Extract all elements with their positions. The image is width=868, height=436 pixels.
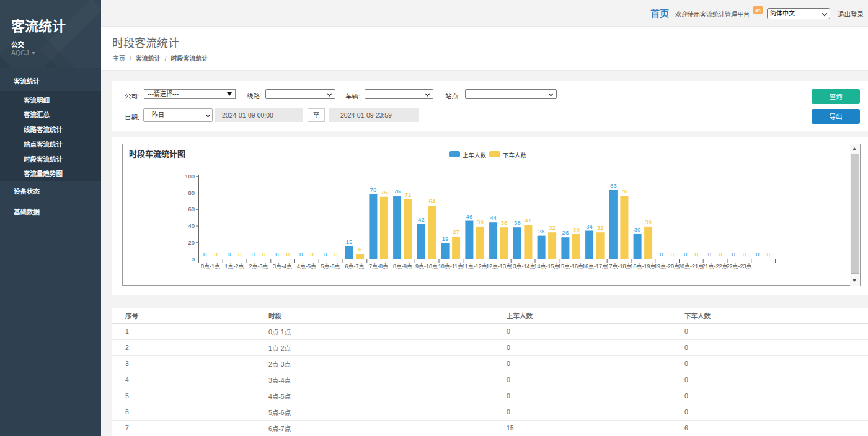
svg-text:12点-13点: 12点-13点	[486, 263, 512, 269]
svg-text:0: 0	[310, 251, 313, 258]
svg-text:42: 42	[418, 216, 425, 223]
svg-text:60: 60	[188, 206, 195, 212]
svg-text:11点-12点: 11点-12点	[462, 263, 487, 269]
svg-text:28: 28	[538, 228, 545, 235]
svg-text:34: 34	[586, 223, 593, 230]
svg-text:6: 6	[358, 246, 361, 253]
svg-text:27: 27	[453, 229, 459, 235]
svg-text:0: 0	[262, 251, 265, 258]
svg-text:0: 0	[275, 251, 278, 258]
svg-text:41: 41	[525, 217, 532, 224]
svg-text:16点-17点: 16点-17点	[582, 263, 608, 269]
svg-text:100: 100	[185, 173, 195, 180]
svg-text:0: 0	[767, 251, 770, 258]
svg-text:0: 0	[732, 251, 735, 258]
svg-text:0: 0	[660, 251, 663, 258]
svg-text:20点-21点: 20点-21点	[678, 263, 704, 269]
svg-text:46: 46	[466, 213, 473, 220]
svg-text:0: 0	[334, 251, 337, 258]
svg-text:0: 0	[238, 251, 241, 258]
svg-text:0: 0	[299, 251, 303, 258]
svg-text:0: 0	[203, 251, 206, 258]
svg-text:83: 83	[610, 182, 617, 189]
svg-text:1点-2点: 1点-2点	[225, 263, 244, 269]
svg-text:40: 40	[188, 222, 195, 229]
svg-text:32: 32	[597, 224, 604, 231]
svg-text:72: 72	[405, 191, 412, 198]
svg-text:76: 76	[394, 188, 401, 194]
svg-text:18点-19点: 18点-19点	[630, 263, 655, 269]
svg-text:38: 38	[501, 219, 508, 226]
svg-text:6点-7点: 6点-7点	[345, 263, 364, 269]
svg-text:0: 0	[214, 251, 217, 258]
svg-text:4点-5点: 4点-5点	[297, 263, 316, 269]
svg-text:13点-14点: 13点-14点	[510, 263, 536, 269]
svg-text:0: 0	[192, 256, 195, 263]
svg-text:0: 0	[251, 251, 254, 258]
svg-text:21点-22点: 21点-22点	[702, 263, 728, 269]
svg-text:0: 0	[708, 251, 711, 258]
svg-text:3点-4点: 3点-4点	[273, 263, 292, 269]
svg-text:0: 0	[228, 251, 231, 258]
svg-text:17点-18点: 17点-18点	[606, 263, 632, 269]
svg-text:下车人数: 下车人数	[503, 152, 527, 159]
svg-text:8点-9点: 8点-9点	[393, 263, 412, 269]
svg-text:32: 32	[549, 224, 556, 231]
svg-text:0: 0	[286, 251, 290, 258]
svg-text:上车人数: 上车人数	[463, 152, 487, 159]
svg-text:2点-3点: 2点-3点	[249, 263, 268, 269]
svg-text:44: 44	[490, 214, 497, 221]
svg-text:0: 0	[324, 251, 327, 258]
svg-text:19点-20点: 19点-20点	[654, 263, 680, 269]
svg-text:0: 0	[756, 251, 759, 258]
svg-text:14点-15点: 14点-15点	[534, 263, 559, 269]
svg-text:30: 30	[573, 226, 580, 233]
svg-text:39: 39	[477, 219, 484, 225]
svg-text:9点-10点: 9点-10点	[415, 263, 438, 269]
svg-text:0: 0	[684, 251, 687, 258]
svg-text:26: 26	[562, 229, 569, 236]
svg-text:0点-1点: 0点-1点	[201, 263, 220, 269]
svg-text:7点-8点: 7点-8点	[369, 263, 388, 269]
svg-text:15点-16点: 15点-16点	[558, 263, 583, 269]
svg-text:76: 76	[621, 188, 628, 194]
svg-text:15: 15	[346, 238, 353, 245]
svg-text:38: 38	[514, 219, 521, 226]
svg-text:22点-23点: 22点-23点	[726, 263, 751, 269]
svg-text:0: 0	[671, 251, 674, 258]
svg-text:19: 19	[442, 235, 449, 242]
svg-text:20: 20	[188, 239, 195, 246]
svg-text:39: 39	[645, 219, 652, 225]
svg-text:0: 0	[694, 251, 698, 258]
svg-text:5点-6点: 5点-6点	[321, 263, 340, 269]
svg-text:78: 78	[370, 186, 377, 193]
svg-text:75: 75	[381, 189, 388, 196]
svg-text:80: 80	[188, 190, 195, 196]
svg-text:0: 0	[743, 251, 746, 258]
svg-text:30: 30	[634, 226, 641, 233]
svg-text:0: 0	[719, 251, 722, 258]
svg-text:10点-11点: 10点-11点	[438, 263, 463, 269]
svg-text:64: 64	[429, 198, 436, 204]
